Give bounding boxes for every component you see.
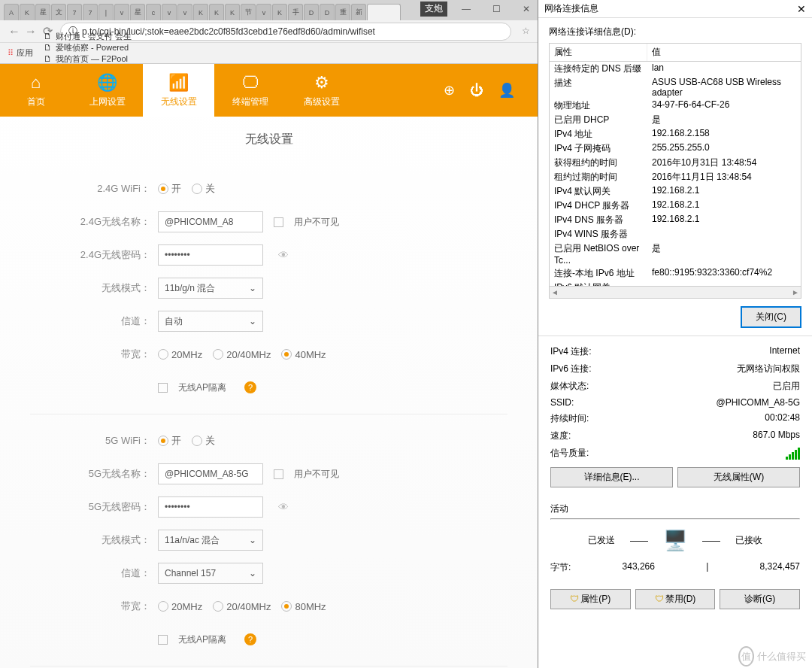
eye-icon[interactable]: 👁 <box>278 501 289 513</box>
section-24g: 2.4G WiFi： <box>30 182 158 196</box>
shield-icon[interactable]: ⊕ <box>444 82 455 99</box>
table-row: 物理地址34-97-F6-64-CF-26 <box>550 99 801 113</box>
apiso24-checkbox[interactable] <box>158 383 168 393</box>
browser-tab[interactable]: K <box>209 4 224 20</box>
table-row: 已启用 DHCP是 <box>550 113 801 127</box>
nav-clients[interactable]: 🖵终端管理 <box>214 64 286 117</box>
browser-tab[interactable]: 星 <box>130 4 145 20</box>
help-icon[interactable]: ? <box>244 633 256 645</box>
close-icon[interactable]: ✕ <box>797 3 806 15</box>
browser-tab[interactable]: D <box>304 4 319 20</box>
chevron-down-icon: ⌄ <box>249 568 256 578</box>
status-row: 持续时间:00:02:48 <box>550 412 800 425</box>
user-icon[interactable]: 👤 <box>498 82 515 99</box>
wifi5-off[interactable]: 关 <box>192 434 215 448</box>
nav-home[interactable]: ⌂首页 <box>0 64 71 117</box>
disable-button[interactable]: 🛡禁用(D) <box>635 589 716 609</box>
ssid5-input[interactable] <box>158 463 263 484</box>
mode5-select[interactable]: 11a/n/ac 混合⌄ <box>158 530 263 551</box>
status-row: 媒体状态:已启用 <box>550 380 800 393</box>
nav-wan[interactable]: 🌐上网设置 <box>71 64 143 117</box>
browser-tab[interactable]: v <box>177 4 192 20</box>
bw-option[interactable]: 20/40MHz <box>213 601 271 612</box>
table-row: 获得租约的时间2016年10月31日 13:48:54 <box>550 156 801 170</box>
nav-advanced[interactable]: ⚙高级设置 <box>286 64 357 117</box>
router-admin-page: ⌂首页🌐上网设置📶无线设置🖵终端管理⚙高级设置 ⊕ ⏻ 👤 无线设置 2.4G … <box>0 64 538 668</box>
help-icon[interactable]: ? <box>244 381 256 393</box>
pwd5-input[interactable] <box>158 496 263 518</box>
router-nav: ⌂首页🌐上网设置📶无线设置🖵终端管理⚙高级设置 ⊕ ⏻ 👤 <box>0 64 538 117</box>
wireless-props-button[interactable]: 无线属性(W) <box>677 467 800 487</box>
close-button[interactable]: 关闭(C) <box>741 306 801 328</box>
window-controls: 支炮 — ☐ ✕ <box>420 2 538 17</box>
table-row: 租约过期的时间2016年11月1日 13:48:54 <box>550 170 801 184</box>
close-icon[interactable]: ✕ <box>515 2 538 17</box>
browser-tab[interactable]: 星 <box>35 4 50 20</box>
apiso5-checkbox[interactable] <box>158 635 168 645</box>
pwd24-input[interactable] <box>158 244 263 266</box>
bookmark-item[interactable]: 🗋 爱唯侦察 - Powered <box>44 42 134 53</box>
horizontal-scrollbar[interactable]: ◄► <box>550 286 801 298</box>
table-row: IPv4 WINS 服务器 <box>550 227 801 241</box>
browser-tab[interactable]: 节 <box>241 4 256 20</box>
bw-option[interactable]: 20/40MHz <box>213 349 271 360</box>
minimize-icon[interactable]: — <box>455 2 477 17</box>
table-row: 连接特定的 DNS 后缀lan <box>550 62 801 76</box>
chevron-down-icon: ⌄ <box>249 283 256 293</box>
browser-tab[interactable]: 7 <box>67 4 82 20</box>
wifi24-on[interactable]: 开 <box>158 182 181 196</box>
channel24-select[interactable]: 自动⌄ <box>158 311 263 332</box>
nav-wifi[interactable]: 📶无线设置 <box>143 64 214 117</box>
browser-tab[interactable]: D <box>320 4 335 20</box>
maximize-icon[interactable]: ☐ <box>485 2 508 17</box>
hide5-checkbox[interactable] <box>274 469 283 479</box>
details-button[interactable]: 详细信息(E)... <box>550 467 673 487</box>
status-row: 速度:867.0 Mbps <box>550 430 800 442</box>
bw-option[interactable]: 20MHz <box>158 349 202 360</box>
star-icon[interactable]: ☆ <box>522 26 534 38</box>
eye-icon[interactable]: 👁 <box>278 249 289 261</box>
browser-tab[interactable]: K <box>193 4 208 20</box>
bw-option[interactable]: 20MHz <box>158 601 202 612</box>
browser-tab[interactable]: K <box>225 4 240 20</box>
connection-status-panel: IPv4 连接:InternetIPv6 连接:无网络访问权限媒体状态:已启用S… <box>538 336 812 618</box>
properties-button[interactable]: 🛡属性(P) <box>550 589 631 609</box>
browser-tab[interactable]: K <box>272 4 287 20</box>
apps-button[interactable]: ⠿ 应用 <box>8 47 33 59</box>
dialog-titlebar: 网络连接信息 ✕ <box>538 0 812 18</box>
forward-icon[interactable]: → <box>23 23 39 40</box>
chevron-down-icon: ⌄ <box>249 316 256 326</box>
mode24-select[interactable]: 11b/g/n 混合⌄ <box>158 278 263 299</box>
signal-bars-icon <box>786 447 800 460</box>
bw-option[interactable]: 80MHz <box>281 601 326 612</box>
browser-tab[interactable]: | <box>98 4 114 20</box>
channel5-select[interactable]: Channel 157⌄ <box>158 563 263 584</box>
power-icon[interactable]: ⏻ <box>470 83 483 99</box>
status-row: IPv6 连接:无网络访问权限 <box>550 363 800 375</box>
browser-tab[interactable]: v <box>256 4 271 20</box>
wifi24-off[interactable]: 关 <box>192 182 215 196</box>
browser-tab[interactable]: A <box>4 4 19 20</box>
browser-tab[interactable]: 7 <box>83 4 98 20</box>
browser-tab-active[interactable] <box>367 4 401 20</box>
wifi5-on[interactable]: 开 <box>158 434 181 448</box>
table-row: IPv4 DNS 服务器192.168.2.1 <box>550 213 801 227</box>
title-overlay: 支炮 <box>420 2 447 17</box>
browser-tab[interactable]: K <box>20 4 35 20</box>
browser-tab[interactable]: 手 <box>288 4 303 20</box>
browser-tab[interactable]: 文 <box>51 4 66 20</box>
browser-tab[interactable]: 重 <box>335 4 350 20</box>
back-icon[interactable]: ← <box>6 23 23 40</box>
bw-option[interactable]: 40MHz <box>281 349 326 360</box>
ssid24-input[interactable] <box>158 211 263 232</box>
table-row: IPv4 默认网关192.168.2.1 <box>550 184 801 199</box>
browser-tab[interactable]: 新 <box>351 4 366 20</box>
browser-tab[interactable]: v <box>162 4 177 20</box>
table-row: 描述ASUS USB-AC68 USB Wireless adapter <box>550 76 801 99</box>
bookmark-item[interactable]: 🗋 财付通 - 会支付 会生 <box>44 31 134 42</box>
browser-tab[interactable]: v <box>114 4 129 20</box>
diagnose-button[interactable]: 诊断(G) <box>720 589 800 609</box>
hide24-checkbox[interactable] <box>274 217 283 227</box>
browser-tab[interactable]: c <box>146 4 161 20</box>
bookmark-item[interactable]: 🗋 我的首页 — F2Pool <box>44 53 134 65</box>
